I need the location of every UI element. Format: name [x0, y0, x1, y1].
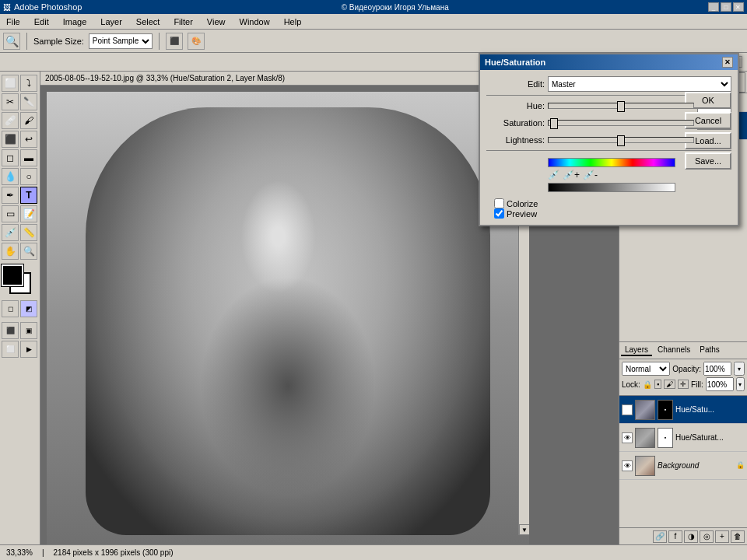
hue-slider-track[interactable] — [548, 103, 694, 109]
add-mask-btn[interactable]: ◑ — [684, 530, 698, 543]
close-button[interactable]: ✕ — [733, 2, 744, 12]
hue-slider-thumb[interactable] — [617, 101, 625, 112]
screen-mode-1-btn[interactable]: ⬛ — [2, 322, 19, 339]
hand-tool-btn[interactable]: ✋ — [2, 243, 19, 260]
eyedropper-btn[interactable]: 💉 — [2, 224, 19, 241]
brush-preset-btn[interactable]: ⬛ — [166, 33, 183, 50]
layer-item-0[interactable]: 👁 ▪ Hue/Satu... — [619, 396, 747, 424]
menu-filter[interactable]: Filter — [170, 16, 195, 27]
sat-slider-thumb[interactable] — [550, 118, 558, 129]
menu-view[interactable]: View — [204, 16, 229, 27]
sample-size-select[interactable]: Point Sample — [89, 33, 153, 49]
dialog-body: OK Cancel Load... Save... Edit: Master H… — [480, 70, 738, 225]
slice-tool-btn[interactable]: 🔪 — [20, 93, 37, 110]
eyedropper-tool-btn[interactable]: 🔍 — [3, 33, 20, 50]
path-tool-btn[interactable]: ✒ — [2, 187, 19, 204]
grey-spectrum-bar — [548, 183, 675, 192]
edit-select[interactable]: Master — [548, 76, 731, 92]
canvas-image — [47, 92, 529, 544]
foreground-color-swatch[interactable] — [2, 264, 23, 286]
spot-heal-btn[interactable]: 🩹 — [2, 112, 19, 129]
dialog-close-btn[interactable]: ✕ — [722, 57, 733, 68]
lock-transparency-btn[interactable]: ▪ — [654, 380, 661, 389]
maximize-button[interactable]: □ — [721, 2, 731, 12]
layers-tab-btn[interactable]: Layers — [621, 345, 652, 356]
opacity-dropdown-btn[interactable]: ▾ — [734, 362, 745, 376]
eraser-tool-btn[interactable]: ◻ — [2, 149, 19, 166]
brush-tool-btn[interactable]: 🖌 — [20, 112, 37, 129]
eyedropper-icon-2[interactable]: 💉+ — [563, 170, 580, 180]
sat-slider-track[interactable] — [548, 120, 694, 126]
preview-label[interactable]: Preview — [507, 209, 537, 219]
dialog-title-bar[interactable]: Hue/Saturation ✕ — [480, 54, 738, 70]
notes-tool-btn[interactable]: 📝 — [20, 205, 37, 222]
history-brush-btn[interactable]: ↩ — [20, 131, 37, 148]
measure-btn[interactable]: 📏 — [20, 224, 37, 241]
fill-dropdown-btn[interactable]: ▾ — [736, 377, 745, 391]
opacity-input[interactable]: 100% — [703, 362, 731, 376]
zoom-tool-btn[interactable]: 🔍 — [20, 243, 37, 260]
selection-tool-btn[interactable]: ⬜ — [2, 75, 19, 92]
layer-item-2[interactable]: 👁 Background 🔒 — [619, 452, 747, 480]
preview-checkbox[interactable] — [494, 208, 504, 219]
dialog-title-text: Hue/Saturation — [485, 58, 545, 67]
dodge-tool-btn[interactable]: ○ — [20, 168, 37, 185]
quick-mask-btn[interactable]: ◩ — [20, 300, 37, 317]
layer-1-eye-btn[interactable]: 👁 — [622, 432, 633, 443]
color-swatch-btn[interactable]: 🎨 — [188, 33, 205, 50]
new-fill-btn[interactable]: ◎ — [700, 530, 714, 543]
layer-item-1[interactable]: 👁 ▪ Hue/Saturat... — [619, 424, 747, 452]
image-dimensions: 2184 pixels x 1996 pixels (300 ppi) — [54, 548, 174, 557]
paths-tab-btn[interactable]: Paths — [696, 345, 724, 356]
light-slider-container — [548, 135, 694, 145]
lock-image-btn[interactable]: 🖌 — [664, 380, 675, 389]
standard-mode-btn[interactable]: ◻ — [2, 300, 19, 317]
menu-layer[interactable]: Layer — [97, 16, 125, 27]
hue-slider-container — [548, 100, 694, 111]
menu-select[interactable]: Select — [133, 16, 163, 27]
layer-link-btn[interactable]: 🔗 — [653, 530, 667, 543]
save-button[interactable]: Save... — [685, 152, 731, 170]
menu-image[interactable]: Image — [60, 16, 90, 27]
title-copyright: © Видеоуроки Игоря Ульмана — [342, 3, 449, 12]
screen-mode-2-btn[interactable]: ▣ — [20, 322, 37, 339]
light-slider-thumb[interactable] — [617, 135, 625, 146]
scroll-down-btn[interactable]: ▼ — [519, 524, 529, 535]
minimize-button[interactable]: _ — [708, 2, 719, 12]
fill-input[interactable] — [706, 377, 734, 391]
menu-edit[interactable]: Edit — [31, 16, 52, 27]
gradient-tool-btn[interactable]: ▬ — [20, 149, 37, 166]
color-swatches — [2, 264, 37, 296]
lasso-tool-btn[interactable]: ⤵ — [20, 75, 37, 92]
image-ready-btn[interactable]: ▶ — [20, 341, 37, 358]
crop-tool-btn[interactable]: ✂ — [2, 93, 19, 110]
menu-window[interactable]: Window — [237, 16, 273, 27]
blend-mode-select[interactable]: Normal — [622, 362, 670, 376]
colorize-checkbox[interactable] — [494, 198, 504, 208]
status-separator: | — [42, 548, 44, 557]
sat-slider-container — [548, 117, 694, 128]
lock-position-btn[interactable]: ✛ — [678, 380, 689, 389]
channels-tab-btn[interactable]: Channels — [654, 345, 694, 356]
shape-tool-btn[interactable]: ▭ — [2, 205, 19, 222]
text-tool-btn[interactable]: T — [20, 187, 37, 204]
layer-0-eye-btn[interactable]: 👁 — [622, 404, 633, 415]
lock-icon[interactable]: 🔒 — [643, 380, 652, 389]
layer-2-eye-btn[interactable]: 👁 — [622, 460, 633, 471]
spectrum-bars: 💉 💉+ 💉- — [486, 154, 675, 194]
new-layer-btn[interactable]: + — [715, 530, 729, 543]
portrait-overlay — [47, 92, 529, 544]
menu-help[interactable]: Help — [281, 16, 305, 27]
layer-2-name: Background — [658, 461, 733, 470]
add-style-btn[interactable]: f — [668, 530, 682, 543]
screen-mode-3-btn[interactable]: ⬜ — [2, 341, 19, 358]
colorize-label[interactable]: Colorize — [507, 199, 538, 208]
blur-tool-btn[interactable]: 💧 — [2, 168, 19, 185]
eyedropper-icon-3[interactable]: 💉- — [583, 170, 598, 180]
delete-layer-btn[interactable]: 🗑 — [731, 530, 745, 543]
eyedropper-icon-1[interactable]: 💉 — [548, 170, 559, 180]
edit-label: Edit: — [486, 79, 545, 89]
menu-file[interactable]: File — [3, 16, 23, 27]
clone-stamp-btn[interactable]: ⬛ — [2, 131, 19, 148]
light-slider-track[interactable] — [548, 137, 694, 143]
